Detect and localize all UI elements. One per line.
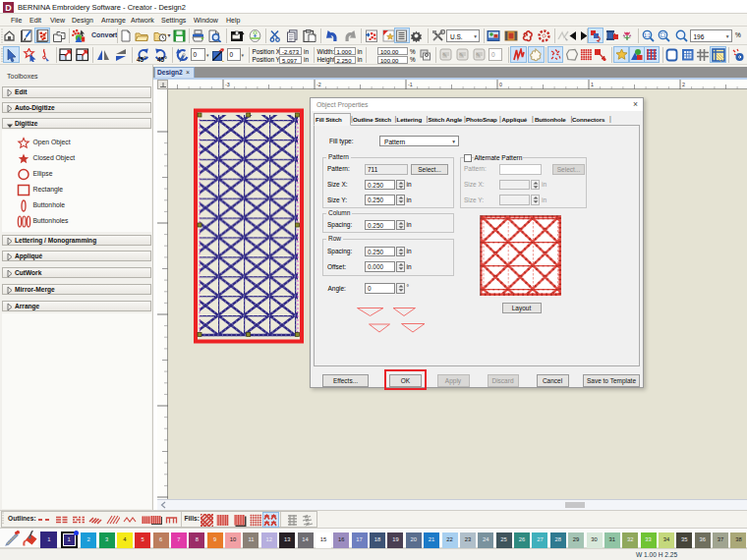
svg-text:0: 0: [499, 82, 502, 87]
svg-text:-1: -1: [408, 82, 413, 87]
svg-text:45°: 45°: [157, 55, 167, 61]
svg-text:45°: 45°: [137, 55, 146, 61]
svg-text:-3: -3: [225, 82, 230, 87]
svg-text:-2: -2: [316, 82, 321, 87]
svg-text:2: 2: [682, 82, 685, 87]
svg-text:✎: ✎: [459, 52, 464, 58]
svg-text:✎: ✎: [476, 52, 481, 58]
svg-text:1: 1: [591, 82, 594, 87]
svg-text:1:1: 1:1: [644, 31, 651, 37]
svg-text:D: D: [5, 2, 12, 12]
svg-text:✎: ✎: [442, 52, 447, 58]
